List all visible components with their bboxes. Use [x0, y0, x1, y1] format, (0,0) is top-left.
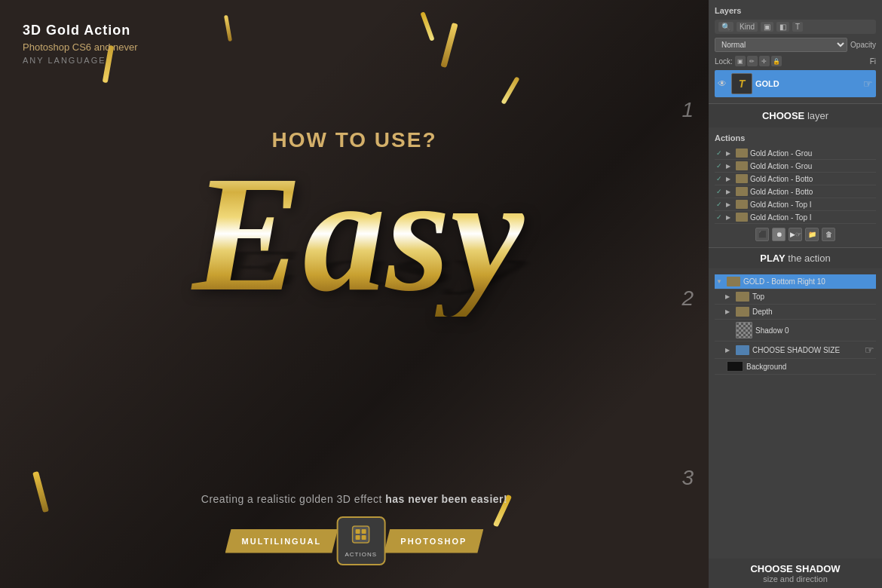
- tree-bg-swatch: [727, 361, 743, 372]
- ribbon-decoration-2: [420, 11, 434, 41]
- tree-name-bg: Background: [746, 363, 874, 371]
- fill-label: Fi: [870, 57, 876, 66]
- choose-text: layer: [807, 110, 828, 121]
- badge-photoshop: PHOTOSHOP: [384, 529, 483, 553]
- tree-row-shadow0[interactable]: ▶ Shadow 0: [715, 320, 876, 341]
- new-action-button[interactable]: 📁: [805, 228, 819, 241]
- step-3: 3: [681, 466, 694, 490]
- tree-name-shadow0: Shadow 0: [755, 326, 874, 335]
- tree-row-top[interactable]: ▶ Top: [715, 289, 876, 305]
- action-row-3[interactable]: ✓ ▶ Gold Action - Botto: [715, 185, 876, 198]
- layer-visibility-eye[interactable]: 👁: [718, 78, 728, 89]
- tree-name-selected: GOLD - Bottom Right 10: [743, 277, 874, 286]
- stop-button[interactable]: ⬛: [755, 228, 769, 241]
- action-row-1[interactable]: ✓ ▶ Gold Action - Grou: [715, 160, 876, 173]
- layer-name: GOLD: [755, 79, 779, 88]
- expand-4[interactable]: ▶: [726, 201, 733, 208]
- tree-row-depth[interactable]: ▶ Depth: [715, 305, 876, 320]
- action-row-2[interactable]: ✓ ▶ Gold Action - Botto: [715, 173, 876, 185]
- layers-panel: Layers 🔍 Kind ▣ ◧ T Normal Multiply Scre…: [709, 0, 882, 104]
- cursor-hover: ☞: [795, 231, 801, 238]
- ribbon-decoration-1: [440, 23, 458, 68]
- blend-mode-select[interactable]: Normal Multiply Screen: [715, 38, 847, 52]
- play-action-label: PLAY the action: [709, 248, 882, 268]
- check-4: ✓: [716, 201, 724, 208]
- layers-tree-panel: ▼ GOLD - Bottom Right 10 ▶ Top ▶ Depth ▶…: [709, 268, 882, 559]
- tree-cursor-icon: ☞: [865, 344, 874, 356]
- action-row-4[interactable]: ✓ ▶ Gold Action - Top I: [715, 198, 876, 211]
- layer-mode-bar: Normal Multiply Screen Opacity: [715, 38, 876, 52]
- ribbon-decoration-4: [32, 471, 49, 513]
- lang-label: ANY LANGUAGE: [23, 56, 138, 65]
- folder-icon-2: [736, 174, 748, 183]
- expand-3[interactable]: ▶: [726, 188, 733, 195]
- tree-expand-selected[interactable]: ▼: [716, 278, 724, 285]
- tree-thumb-shadow0: [736, 322, 752, 338]
- expand-0[interactable]: ▶: [726, 150, 733, 157]
- layers-search-input[interactable]: Kind: [737, 22, 758, 32]
- choose-layer-label: CHOOSE layer: [709, 104, 882, 127]
- tree-expand-shadowsize[interactable]: ▶: [725, 347, 733, 354]
- shadow-bold: CHOOSE SHADOW: [750, 563, 840, 574]
- lock-label: Lock:: [715, 57, 733, 66]
- play-icon: ▶: [790, 231, 795, 238]
- layers-toolbar: 🔍 Kind ▣ ◧ T: [715, 20, 876, 34]
- actions-controls: ⬛ ⏺ ▶ ☞ 📁 🗑: [715, 228, 876, 241]
- action-row-5[interactable]: ✓ ▶ Gold Action - Top I: [715, 211, 876, 224]
- tree-folder-depth: [736, 307, 749, 317]
- shadow-choose-label: CHOOSE SHADOW size and direction: [709, 559, 882, 588]
- tree-expand-depth[interactable]: ▶: [725, 308, 733, 315]
- layers-icon-adjust: ◧: [776, 22, 789, 32]
- check-2: ✓: [716, 175, 724, 182]
- svg-rect-1: [356, 529, 360, 534]
- action-list: ✓ ▶ Gold Action - Grou ✓ ▶ Gold Action -…: [715, 147, 876, 224]
- layers-kind-filter[interactable]: 🔍: [718, 22, 733, 32]
- tree-name-depth: Depth: [752, 308, 874, 316]
- lock-position[interactable]: ✛: [759, 56, 770, 66]
- action-name-3: Gold Action - Botto: [750, 188, 874, 196]
- badge-actions-label: ACTIONS: [345, 551, 378, 558]
- bottom-text-normal: Creating a realistic golden 3D effect: [201, 493, 385, 505]
- tree-selected-row[interactable]: ▼ GOLD - Bottom Right 10: [715, 274, 876, 289]
- expand-2[interactable]: ▶: [726, 176, 733, 182]
- tree-row-bg[interactable]: ▶ Background: [715, 359, 876, 375]
- layers-panel-header: Layers: [715, 6, 876, 15]
- actions-panel: Actions ✓ ▶ Gold Action - Grou ✓ ▶ Gold …: [709, 127, 882, 248]
- shadow-sub: size and direction: [713, 574, 877, 583]
- action-row-0[interactable]: ✓ ▶ Gold Action - Grou: [715, 147, 876, 160]
- expand-1[interactable]: ▶: [726, 163, 733, 170]
- step-1: 1: [681, 98, 694, 122]
- check-3: ✓: [716, 188, 724, 195]
- badge-center-actions: ACTIONS: [336, 516, 385, 565]
- product-subtitle: Photoshop CS6 and never: [23, 41, 138, 53]
- play-bold: PLAY: [760, 253, 785, 264]
- main-canvas: 3D Gold Action Photoshop CS6 and never A…: [0, 0, 709, 588]
- expand-5[interactable]: ▶: [726, 214, 733, 221]
- folder-icon-5: [736, 213, 748, 222]
- check-1: ✓: [716, 162, 724, 170]
- check-0: ✓: [716, 149, 724, 157]
- layer-cursor-icon: ☞: [863, 78, 873, 90]
- lock-pixels[interactable]: ✏: [747, 56, 758, 66]
- lock-transparent[interactable]: ▣: [735, 56, 746, 66]
- tree-expand-top[interactable]: ▶: [725, 293, 733, 300]
- actions-icon: [351, 524, 372, 550]
- tree-folder-shadowsize: [736, 345, 749, 355]
- tree-folder-selected: [727, 277, 740, 286]
- svg-rect-3: [356, 535, 360, 540]
- delete-action-button[interactable]: 🗑: [822, 228, 835, 241]
- top-left-info: 3D Gold Action Photoshop CS6 and never A…: [23, 23, 138, 65]
- action-name-1: Gold Action - Grou: [750, 162, 874, 170]
- bottom-description: Creating a realistic golden 3D effect ha…: [0, 493, 709, 505]
- folder-icon-3: [736, 187, 748, 196]
- lock-all[interactable]: 🔒: [771, 56, 782, 66]
- tree-row-shadow-size[interactable]: ▶ CHOOSE SHADOW SIZE ☞: [715, 341, 876, 359]
- gold-layer-row[interactable]: 👁 T GOLD ☞: [715, 70, 876, 97]
- play-button[interactable]: ▶ ☞: [789, 228, 802, 241]
- svg-rect-0: [353, 526, 369, 543]
- lock-icons: ▣ ✏ ✛ 🔒: [735, 56, 782, 66]
- bottom-text-bold: has never been easier!: [385, 493, 507, 505]
- product-title: 3D Gold Action: [23, 23, 138, 38]
- record-button[interactable]: ⏺: [772, 228, 786, 241]
- badge-multilingual: MULTILINGUAL: [225, 529, 338, 553]
